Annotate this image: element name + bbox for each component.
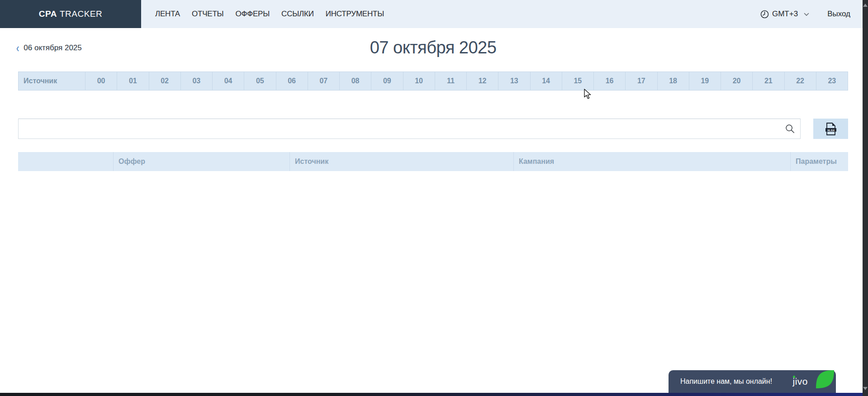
jivo-logo: jivo xyxy=(792,376,808,387)
scroll-up-arrow-icon[interactable] xyxy=(863,4,868,7)
vertical-scrollbar[interactable] xyxy=(863,0,868,396)
hour-column-header: 17 xyxy=(625,72,657,90)
date-navigation: ‹ 06 октября 2025 07 октября 2025 xyxy=(18,28,848,58)
hour-column-header: 01 xyxy=(117,72,148,90)
chat-widget[interactable]: Напишите нам, мы онлайн! jivo xyxy=(669,370,836,393)
search-input[interactable] xyxy=(18,119,801,139)
hour-column-header: 23 xyxy=(816,72,848,90)
prev-day-link[interactable]: ‹ 06 октября 2025 xyxy=(16,43,82,52)
scroll-down-arrow-icon[interactable] xyxy=(863,387,868,390)
hour-column-header: 09 xyxy=(371,72,403,90)
hour-column-header: 22 xyxy=(784,72,816,90)
chat-message: Напишите нам, мы онлайн! xyxy=(680,377,772,386)
hour-column-header: 07 xyxy=(308,72,339,90)
page-title: 07 октября 2025 xyxy=(370,38,497,57)
results-column-header xyxy=(18,152,113,171)
main-content: ‹ 06 октября 2025 07 октября 2025 Источн… xyxy=(18,28,848,171)
brand-logo-bold: CPA xyxy=(39,9,57,19)
hour-column-header: 14 xyxy=(530,72,562,90)
timezone-selector[interactable]: GMT+3 xyxy=(760,10,809,19)
chevron-left-icon: ‹ xyxy=(16,42,19,54)
hour-column-header: 16 xyxy=(593,72,625,90)
hour-column-header: 18 xyxy=(657,72,689,90)
hour-column-header: 05 xyxy=(244,72,275,90)
xlsx-file-icon: XLSX xyxy=(825,122,837,136)
search-icon[interactable] xyxy=(785,124,795,134)
hour-column-header: 13 xyxy=(498,72,530,90)
timezone-label: GMT+3 xyxy=(772,10,798,19)
nav-item[interactable]: ОФФЕРЫ xyxy=(235,10,270,19)
results-table-header: Оффер Источник Кампания Параметры xyxy=(18,152,848,171)
bottom-bar xyxy=(0,393,863,396)
leaf-icon xyxy=(814,368,836,390)
export-xlsx-button[interactable]: XLSX xyxy=(813,119,848,139)
hour-column-header: 08 xyxy=(339,72,371,90)
nav-item[interactable]: ЛЕНТА xyxy=(155,10,180,19)
hour-column-header: 15 xyxy=(562,72,593,90)
hour-column-header: 12 xyxy=(466,72,498,90)
svg-text:XLSX: XLSX xyxy=(827,128,835,131)
results-column-header: Оффер xyxy=(113,152,289,171)
brand-logo-rest: TRACKER xyxy=(60,9,102,19)
hour-column-header: 06 xyxy=(276,72,308,90)
hour-column-header: 00 xyxy=(85,72,117,90)
nav-item[interactable]: ОТЧЕТЫ xyxy=(192,10,224,19)
main-nav: ЛЕНТА ОТЧЕТЫ ОФФЕРЫ ССЫЛКИ ИНСТРУМЕНТЫ xyxy=(155,0,384,28)
hour-column-header: 10 xyxy=(403,72,435,90)
results-column-header: Источник xyxy=(289,152,513,171)
results-column-header: Параметры xyxy=(790,152,848,171)
toolbar: XLSX xyxy=(18,119,848,139)
hour-column-header: 19 xyxy=(689,72,721,90)
nav-item[interactable]: ССЫЛКИ xyxy=(281,10,314,19)
chevron-down-icon xyxy=(804,13,809,16)
search-field-wrap xyxy=(18,119,801,139)
hours-header-row: Источник 00 01 02 03 04 05 06 07 08 09 xyxy=(18,72,848,91)
hour-column-header: 20 xyxy=(721,72,752,90)
clock-icon xyxy=(760,10,769,19)
logout-link[interactable]: Выход xyxy=(827,10,850,19)
hour-column-header: 21 xyxy=(752,72,784,90)
hour-column-header: 11 xyxy=(435,72,466,90)
prev-day-label: 06 октября 2025 xyxy=(24,43,81,52)
header-right: GMT+3 Выход xyxy=(760,0,850,28)
page: CPA TRACKER ЛЕНТА ОТЧЕТЫ ОФФЕРЫ ССЫЛКИ И… xyxy=(0,0,868,396)
hour-column-header: 04 xyxy=(212,72,244,90)
results-column-header: Кампания xyxy=(513,152,790,171)
brand-logo[interactable]: CPA TRACKER xyxy=(0,0,141,28)
hour-column-header: 03 xyxy=(180,72,212,90)
hour-column-header: 02 xyxy=(149,72,180,90)
nav-item[interactable]: ИНСТРУМЕНТЫ xyxy=(326,10,384,19)
top-header: CPA TRACKER ЛЕНТА ОТЧЕТЫ ОФФЕРЫ ССЫЛКИ И… xyxy=(0,0,863,28)
hours-source-header: Источник xyxy=(19,72,85,90)
